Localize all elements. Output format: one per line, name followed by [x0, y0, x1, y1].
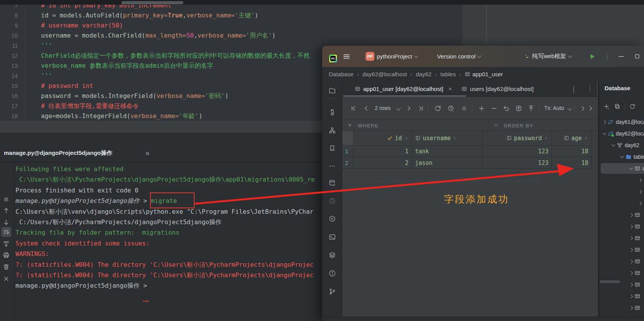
tree-chevron-icon[interactable]	[638, 201, 642, 205]
pycharm-logo-icon[interactable]: PC	[329, 55, 337, 62]
bookmark-tool-button[interactable]	[328, 144, 336, 152]
cell-id[interactable]: 1	[354, 146, 412, 157]
tree-item-app01_user[interactable]: app01_user	[630, 163, 644, 174]
submit-button[interactable]	[515, 105, 523, 112]
tree-chevron-icon[interactable]	[629, 248, 633, 252]
cell-id[interactable]: 2	[354, 157, 412, 168]
code-line[interactable]: # username varchar(50)	[41, 21, 123, 31]
tree-chevron-icon[interactable]	[603, 131, 606, 135]
soft-wrap-button[interactable]	[1, 227, 11, 237]
tree-chevron-icon[interactable]	[629, 294, 633, 298]
line-number[interactable]: 18	[0, 111, 18, 121]
folder-tool-button[interactable]	[328, 87, 336, 94]
dg-titlebar[interactable]: PC PP pythonProject Version control 纯写we…	[322, 46, 644, 67]
add-row-button[interactable]	[478, 105, 485, 112]
tree-chevron-icon[interactable]	[629, 259, 633, 263]
packages-tool-button[interactable]	[328, 251, 336, 259]
main-menu-button[interactable]	[343, 46, 350, 67]
first-page-button[interactable]	[350, 105, 358, 112]
code-line[interactable]: # 往表里增加字段,需要做迁移命令	[41, 101, 139, 111]
line-number[interactable]: 11	[0, 41, 18, 51]
next-page-button[interactable]	[587, 105, 594, 112]
arrow-down-button[interactable]	[2, 218, 10, 227]
profiler-tool-button[interactable]	[328, 197, 336, 205]
sort-icon[interactable]	[453, 136, 457, 141]
code-line[interactable]: username = models.CharField(max_length=5…	[41, 31, 276, 41]
grid-tab[interactable]: app01_user [day62@localhost]✕	[350, 81, 457, 96]
code-line[interactable]: verbose_name 参数表示当前字段在admin后台中显示的名字	[41, 61, 213, 71]
tab-scrollbar-pill[interactable]	[121, 1, 183, 4]
prev-page-button[interactable]	[362, 105, 370, 112]
tree-item[interactable]	[630, 267, 641, 279]
sort-icon[interactable]	[404, 136, 408, 141]
tree-item-day62[interactable]: day62	[612, 139, 639, 151]
line-number[interactable]: 8	[0, 10, 18, 21]
rows-control[interactable]: 2 rows	[375, 105, 391, 111]
stop-button[interactable]	[460, 105, 468, 112]
chevron-down-icon[interactable]	[395, 105, 402, 112]
line-number[interactable]: 14	[0, 71, 18, 81]
code-line[interactable]: # password int	[41, 81, 93, 91]
delete-row-button[interactable]	[490, 105, 498, 112]
filter-row[interactable]: WHERE ORDER BY	[342, 120, 597, 131]
tree-chevron-icon[interactable]	[629, 306, 633, 310]
hide-tabs-chevron-icon[interactable]	[574, 86, 574, 93]
column-header-username[interactable]: username	[412, 131, 483, 145]
tree-item[interactable]	[630, 279, 641, 290]
next-page-button[interactable]	[579, 105, 587, 112]
more-tool-button[interactable]	[328, 162, 336, 170]
line-number[interactable]: 9	[0, 21, 18, 31]
schedule-button[interactable]	[447, 105, 455, 112]
run-tab-close-icon[interactable]: ✕	[145, 150, 150, 157]
sort-icon[interactable]	[584, 136, 588, 141]
tree-item[interactable]	[630, 221, 641, 232]
run-button[interactable]	[588, 46, 596, 67]
line-number[interactable]: 17	[0, 101, 18, 111]
refresh-button[interactable]	[629, 103, 636, 110]
terminal-tool-button[interactable]	[328, 233, 336, 241]
tree-item-tables[interactable]: tables	[621, 151, 644, 163]
code-line[interactable]: CharField必须指定一个参数，参数表示当前字段所对应的列中可以存储的数据的…	[41, 51, 310, 61]
cell-username[interactable]: jason	[412, 157, 483, 168]
cell-age[interactable]: 18	[552, 157, 592, 168]
problems-tool-button[interactable]	[328, 270, 336, 277]
tx-control[interactable]: Tx: Auto	[544, 105, 564, 111]
tree-item-day62@localhost[interactable]: day62@localhost	[603, 128, 644, 139]
column-header-id[interactable]: id	[354, 131, 412, 145]
tree-chevron-icon[interactable]	[638, 178, 642, 182]
scroll-end-button[interactable]	[2, 240, 10, 248]
tab-close-icon[interactable]: ✕	[448, 86, 452, 92]
table-row[interactable]: 11tank12318	[342, 146, 592, 157]
tree-chevron-icon[interactable]	[620, 154, 624, 158]
tree-item[interactable]	[630, 244, 641, 256]
tree-chevron-icon[interactable]	[629, 166, 633, 170]
project-widget[interactable]: PP pythonProject	[366, 46, 418, 67]
last-page-button[interactable]	[417, 105, 424, 112]
tree-item[interactable]	[639, 186, 641, 197]
tree-item[interactable]	[639, 197, 641, 209]
git-branch-tool-button[interactable]	[328, 288, 336, 295]
cell-age[interactable]: 18	[552, 146, 592, 157]
code-line[interactable]: '''	[41, 41, 52, 51]
tree-chevron-icon[interactable]	[638, 190, 642, 194]
column-header-age[interactable]: age	[552, 131, 592, 145]
tree-chevron-icon[interactable]	[603, 120, 606, 124]
python-tool-button[interactable]	[328, 108, 336, 116]
code-line[interactable]: age=models.IntegerField(verbose_name='年龄…	[41, 111, 202, 121]
printer-button[interactable]	[2, 251, 10, 259]
grid-header-row[interactable]: idusernamepasswordage	[342, 131, 592, 146]
next-page-button[interactable]	[405, 105, 413, 112]
line-number[interactable]: 15	[0, 81, 18, 91]
line-number[interactable]: 7	[0, 5, 18, 10]
line-number[interactable]: 13	[0, 61, 18, 71]
refresh-button[interactable]	[434, 105, 442, 112]
cell-username[interactable]: tank	[412, 146, 483, 157]
line-number[interactable]: 12	[0, 51, 18, 61]
tree-chevron-icon[interactable]	[629, 225, 633, 228]
breadcrumb-item[interactable]: day62@localhost	[362, 71, 407, 77]
line-number[interactable]: 16	[0, 91, 18, 101]
tree-item[interactable]	[630, 232, 641, 244]
minimize-button[interactable]	[617, 46, 625, 67]
column-header-password[interactable]: password	[483, 131, 552, 145]
undo-button[interactable]	[502, 105, 510, 112]
